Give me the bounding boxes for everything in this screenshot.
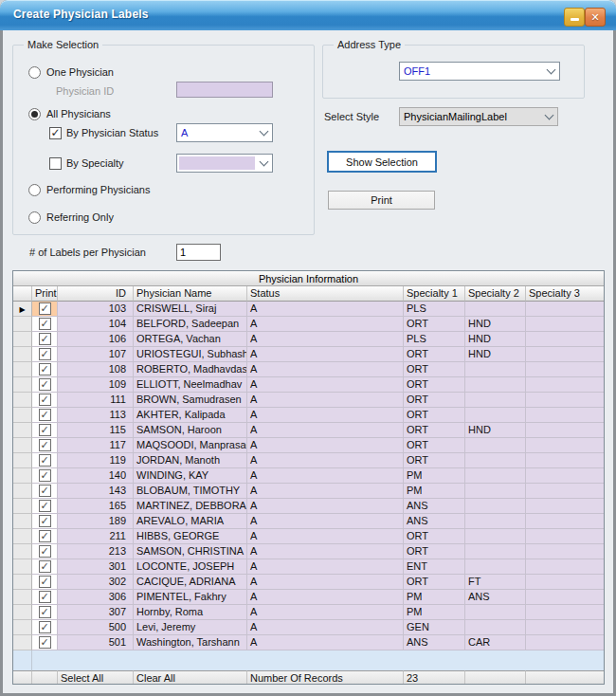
row-selector[interactable] <box>13 544 32 559</box>
table-row[interactable]: ✓213SAMSON, CHRISTINAAORT <box>13 544 604 559</box>
one-physician-radio[interactable] <box>28 66 41 79</box>
cell-specialty-3 <box>526 468 605 484</box>
table-row[interactable]: ✓117MAQSOODI, ManprasadAORT <box>13 438 604 453</box>
table-row[interactable]: ✓109ELLIOTT, NeelmadhavAORT <box>13 377 604 393</box>
performing-physicians-radio[interactable] <box>28 184 41 196</box>
row-selector[interactable] <box>13 332 32 347</box>
by-specialty-checkbox[interactable] <box>49 157 62 170</box>
header-specialty-1[interactable]: Specialty 1 <box>404 286 465 302</box>
close-button[interactable]: ✕ <box>585 8 606 27</box>
row-selector[interactable]: ▶ <box>13 302 32 317</box>
row-selector[interactable] <box>13 590 32 605</box>
row-selector[interactable] <box>13 575 32 590</box>
print-checkbox[interactable]: ✓ <box>39 576 51 588</box>
table-row[interactable]: ✓115SAMSON, HaroonAORTHND <box>13 423 604 438</box>
table-row[interactable]: ▶✓103CRISWELL, SirajAPLS <box>13 302 604 317</box>
minimize-button[interactable] <box>564 8 585 27</box>
table-row[interactable]: ✓211HIBBS, GEORGEAORT <box>13 529 604 544</box>
row-selector[interactable] <box>13 559 32 575</box>
header-physician-name[interactable]: Physician Name <box>134 286 247 302</box>
print-checkbox[interactable]: ✓ <box>39 378 51 391</box>
header-specialty-2[interactable]: Specialty 2 <box>465 286 526 302</box>
row-selector[interactable] <box>13 317 32 332</box>
row-selector[interactable] <box>13 514 32 529</box>
table-row[interactable]: ✓301LOCONTE, JOSEPHAENT <box>13 559 604 575</box>
row-selector[interactable] <box>13 529 32 544</box>
table-row[interactable]: ✓307Hornby, RomaAPM <box>13 605 604 620</box>
print-checkbox[interactable]: ✓ <box>39 591 51 603</box>
row-selector[interactable] <box>13 347 32 362</box>
referring-only-radio[interactable] <box>28 211 41 224</box>
print-checkbox[interactable]: ✓ <box>39 363 51 375</box>
grid-caption: Physician Information <box>13 271 604 286</box>
print-checkbox[interactable]: ✓ <box>39 545 51 558</box>
address-type-dropdown[interactable]: OFF1 <box>399 62 560 81</box>
row-selector[interactable] <box>13 605 32 620</box>
print-checkbox[interactable]: ✓ <box>39 560 51 573</box>
table-row[interactable]: ✓189AREVALO, MARIAAANS <box>13 514 604 529</box>
row-selector[interactable] <box>13 438 32 453</box>
header-print[interactable]: Print <box>32 286 58 302</box>
table-row[interactable]: ✓111BROWN, SamudrasenAORT <box>13 393 604 408</box>
print-checkbox[interactable]: ✓ <box>39 530 51 542</box>
footer-empty-1 <box>465 670 526 685</box>
header-id[interactable]: ID <box>58 286 134 302</box>
row-selector[interactable] <box>13 484 32 499</box>
table-row[interactable]: ✓113AKHTER, KalipadaAORT <box>13 408 604 423</box>
print-checkbox[interactable]: ✓ <box>39 621 51 633</box>
row-selector[interactable] <box>13 635 32 650</box>
table-row[interactable]: ✓165MARTINEZ, DEBBORAHAANS <box>13 499 604 514</box>
show-selection-button[interactable]: Show Selection <box>327 151 437 173</box>
table-row[interactable]: ✓500Levi, JeremyAGEN <box>13 620 604 635</box>
table-row[interactable]: ✓106ORTEGA, VachanAPLSHND <box>13 332 604 347</box>
table-row[interactable]: ✓140WINDING, KAYAPM <box>13 468 604 484</box>
all-physicians-radio[interactable] <box>28 108 41 120</box>
print-button[interactable]: Print <box>328 191 435 210</box>
row-selector[interactable] <box>13 377 32 393</box>
table-row[interactable]: ✓104BELFORD, SadeepanAORTHND <box>13 317 604 332</box>
print-checkbox[interactable]: ✓ <box>39 333 51 345</box>
table-row[interactable]: ✓108ROBERTO, MadhavdasAORT <box>13 362 604 377</box>
print-checkbox[interactable]: ✓ <box>39 500 51 512</box>
labels-per-physician-field[interactable] <box>176 244 221 261</box>
cell-specialty-2 <box>465 544 526 559</box>
print-checkbox[interactable]: ✓ <box>39 454 51 467</box>
row-selector[interactable] <box>13 620 32 635</box>
print-checkbox[interactable]: ✓ <box>39 636 51 649</box>
header-specialty-3[interactable]: Specialty 3 <box>526 286 605 302</box>
print-checkbox[interactable]: ✓ <box>39 439 51 451</box>
clear-all-button[interactable]: Clear All <box>134 670 247 685</box>
by-physician-status-checkbox[interactable]: ✓ <box>49 127 62 139</box>
row-selector[interactable] <box>13 393 32 408</box>
row-selector[interactable] <box>13 468 32 484</box>
print-checkbox[interactable]: ✓ <box>39 348 51 360</box>
table-row[interactable]: ✓143BLOBAUM, TIMOTHYAPM <box>13 484 604 499</box>
print-checkbox[interactable]: ✓ <box>39 469 51 482</box>
table-row[interactable]: ✓302CACIQUE, ADRIANAAORTFT <box>13 575 604 590</box>
row-selector[interactable] <box>13 423 32 438</box>
print-checkbox[interactable]: ✓ <box>39 606 51 618</box>
row-selector[interactable] <box>13 362 32 377</box>
physician-id-field[interactable] <box>176 82 273 98</box>
print-checkbox[interactable]: ✓ <box>39 409 51 421</box>
print-checkbox[interactable]: ✓ <box>39 485 51 497</box>
table-row[interactable]: ✓119JORDAN, ManothAORT <box>13 453 604 468</box>
table-row[interactable]: ✓501Washington, TarshannAANSCAR <box>13 635 604 650</box>
cell-specialty-2 <box>465 468 526 484</box>
print-checkbox[interactable]: ✓ <box>39 318 51 330</box>
specialty-dropdown[interactable] <box>176 154 273 173</box>
select-all-button[interactable]: Select All <box>58 670 134 685</box>
print-checkbox[interactable]: ✓ <box>39 394 51 406</box>
row-selector[interactable] <box>13 453 32 468</box>
header-status[interactable]: Status <box>247 286 404 302</box>
physician-status-dropdown[interactable]: A <box>176 123 273 142</box>
select-style-dropdown[interactable]: PhysicianMailingLabel <box>399 107 558 126</box>
print-checkbox[interactable]: ✓ <box>39 424 51 436</box>
print-checkbox[interactable]: ✓ <box>39 302 51 315</box>
cell-specialty-2: HND <box>465 317 526 332</box>
table-row[interactable]: ✓107URIOSTEGUI, SubhashAORTHND <box>13 347 604 362</box>
row-selector[interactable] <box>13 499 32 514</box>
print-checkbox[interactable]: ✓ <box>39 515 51 527</box>
row-selector[interactable] <box>13 408 32 423</box>
table-row[interactable]: ✓306PIMENTEL, FakhryAPMANS <box>13 590 604 605</box>
